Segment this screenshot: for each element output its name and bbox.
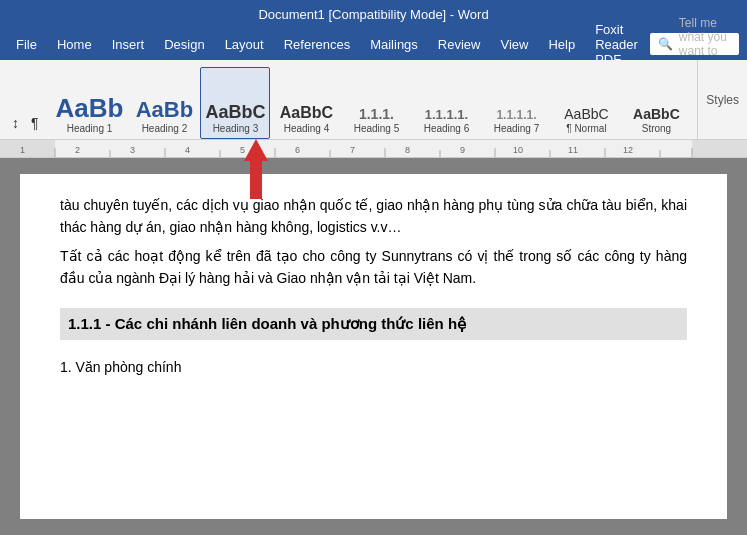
ribbon-left-controls: ↕ ¶ xyxy=(8,113,43,139)
style-heading5-label: Heading 5 xyxy=(354,123,400,134)
svg-text:6: 6 xyxy=(295,145,300,155)
style-heading1[interactable]: AaBb Heading 1 xyxy=(51,67,129,139)
search-box[interactable]: 🔍 Tell me what you want to do xyxy=(650,33,739,55)
styles-area: AaBb Heading 1 AaBb Heading 2 AaBbC Head… xyxy=(51,67,739,139)
menu-view[interactable]: View xyxy=(492,33,536,56)
paragraph-1: tàu chuyên tuyến, các dịch vụ giao nhận … xyxy=(60,194,687,239)
svg-text:11: 11 xyxy=(568,145,578,155)
menu-home[interactable]: Home xyxy=(49,33,100,56)
svg-text:8: 8 xyxy=(405,145,410,155)
paragraph-2: Tất cả các hoạt động kể trên đã tạo cho … xyxy=(60,245,687,290)
svg-text:4: 4 xyxy=(185,145,190,155)
menu-help[interactable]: Help xyxy=(540,33,583,56)
style-heading3-label: Heading 3 xyxy=(213,123,259,134)
style-normal-preview: AaBbC xyxy=(564,107,608,121)
arrow-indicator xyxy=(244,139,268,161)
search-icon: 🔍 xyxy=(658,37,673,51)
document-page: tàu chuyên tuyến, các dịch vụ giao nhận … xyxy=(20,174,727,519)
svg-text:12: 12 xyxy=(623,145,633,155)
style-heading2-preview: AaBb xyxy=(136,99,193,121)
title-text: Document1 [Compatibility Mode] - Word xyxy=(258,7,488,22)
style-heading3-preview: AaBbC xyxy=(205,103,265,121)
styles-section-label: Styles xyxy=(697,60,747,139)
style-strong-preview: AaBbC xyxy=(633,107,680,121)
style-heading6-label: Heading 6 xyxy=(424,123,470,134)
menu-references[interactable]: References xyxy=(276,33,358,56)
section-heading: 1.1.1 - Các chi nhánh liên doanh và phươ… xyxy=(60,308,687,340)
svg-text:2: 2 xyxy=(75,145,80,155)
ruler: 1 2 3 4 5 6 7 8 9 10 11 12 xyxy=(0,140,747,158)
svg-text:3: 3 xyxy=(130,145,135,155)
style-strong[interactable]: AaBbC Strong xyxy=(622,67,690,139)
paragraph-mark-button[interactable]: ¶ xyxy=(27,113,43,133)
style-heading7-label: Heading 7 xyxy=(494,123,540,134)
menu-bar: File Home Insert Design Layout Reference… xyxy=(0,28,747,60)
style-heading4-label: Heading 4 xyxy=(284,123,330,134)
menu-review[interactable]: Review xyxy=(430,33,489,56)
menu-layout[interactable]: Layout xyxy=(217,33,272,56)
style-strong-label: Strong xyxy=(642,123,671,134)
ruler-content: 1 2 3 4 5 6 7 8 9 10 11 12 xyxy=(0,140,747,157)
style-heading7-preview: 1.1.1.1. xyxy=(496,109,536,121)
style-normal-label: ¶ Normal xyxy=(566,123,606,134)
style-heading1-preview: AaBb xyxy=(56,95,124,121)
menu-design[interactable]: Design xyxy=(156,33,212,56)
style-heading3[interactable]: AaBbC Heading 3 xyxy=(200,67,270,139)
style-heading7[interactable]: 1.1.1.1. Heading 7 xyxy=(482,67,550,139)
arrow-shaft xyxy=(250,159,262,199)
style-heading2-label: Heading 2 xyxy=(142,123,188,134)
style-heading6-preview: 1.1.1.1. xyxy=(425,108,468,121)
style-heading4-preview: AaBbC xyxy=(280,105,333,121)
style-heading5-preview: 1.1.1. xyxy=(359,107,394,121)
document-area: tàu chuyên tuyến, các dịch vụ giao nhận … xyxy=(0,158,747,535)
list-item-1: 1. Văn phòng chính xyxy=(60,356,687,378)
style-heading2[interactable]: AaBb Heading 2 xyxy=(130,67,198,139)
svg-text:9: 9 xyxy=(460,145,465,155)
menu-insert[interactable]: Insert xyxy=(104,33,153,56)
svg-rect-1 xyxy=(0,140,55,158)
menu-mailings[interactable]: Mailings xyxy=(362,33,426,56)
svg-rect-2 xyxy=(692,140,747,158)
style-normal[interactable]: AaBbC ¶ Normal xyxy=(552,67,620,139)
svg-text:7: 7 xyxy=(350,145,355,155)
ruler-svg: 1 2 3 4 5 6 7 8 9 10 11 12 xyxy=(0,140,747,158)
menu-file[interactable]: File xyxy=(8,33,45,56)
svg-text:10: 10 xyxy=(513,145,523,155)
ribbon: ↕ ¶ AaBb Heading 1 AaBb Heading 2 AaBbC … xyxy=(0,60,747,140)
svg-text:1: 1 xyxy=(20,145,25,155)
style-heading5[interactable]: 1.1.1. Heading 5 xyxy=(342,67,410,139)
svg-rect-0 xyxy=(0,140,747,158)
style-heading6[interactable]: 1.1.1.1. Heading 6 xyxy=(412,67,480,139)
style-heading4[interactable]: AaBbC Heading 4 xyxy=(272,67,340,139)
style-heading1-label: Heading 1 xyxy=(67,123,113,134)
sort-button[interactable]: ↕ xyxy=(8,113,23,133)
